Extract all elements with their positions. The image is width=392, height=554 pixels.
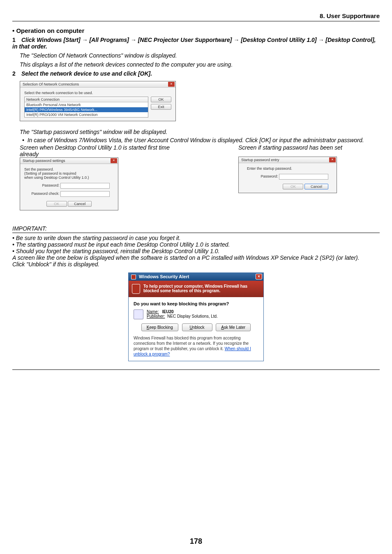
exit-button: Exit (151, 104, 171, 110)
step-1-number: 1 (12, 37, 20, 43)
shield-icon (132, 284, 140, 294)
ok-button: OK (283, 184, 303, 189)
step-2-after1: The "Startup password settings" window w… (20, 129, 380, 135)
password-check-label: Password check: (31, 192, 59, 196)
keep-blocking-button: Keep Blocking (141, 323, 178, 331)
step-1: 1 Click Windows [Start] → [All Programs]… (12, 37, 380, 50)
dialog-title: Startup password entry × (239, 157, 337, 163)
important-click: Click "Unblock" if this is displayed. (12, 261, 380, 268)
shield-icon (131, 275, 136, 279)
cancel-button: Cancel (68, 201, 92, 207)
divider (12, 233, 380, 233)
ask-later-button: Ask Me Later (216, 323, 251, 331)
password-label: Password: (42, 183, 59, 187)
network-dialog: Selection Of Network Connections × Selec… (20, 81, 176, 121)
program-name: IEU20 (162, 309, 174, 314)
col1-label: Screen when Desktop Control Utility 1.0 … (20, 144, 185, 157)
step-2-bullet1: • In case of Windows 7/Windows Vista, th… (27, 137, 380, 143)
close-icon: × (111, 158, 117, 163)
close-icon: × (168, 82, 175, 87)
step-2-text: Select the network device to use and cli… (21, 70, 152, 77)
password-label: Password: (261, 174, 278, 178)
publisher-name: NEC Display Solutions, Ltd. (167, 314, 218, 319)
alert-question: Do you want to keep blocking this progra… (134, 301, 258, 306)
security-alert-dialog: Windows Security Alert × To help protect… (128, 272, 264, 361)
alert-footer: Windows Firewall has blocked this progra… (134, 335, 258, 357)
alert-banner: To help protect your computer, Windows F… (129, 281, 263, 297)
program-icon (134, 309, 143, 319)
section-title: • Operation on computer (12, 27, 380, 34)
close-icon: × (256, 274, 262, 279)
publisher-label: Publisher: (147, 314, 165, 319)
important-bullet: • The starting password must be input ea… (17, 241, 380, 248)
close-icon: × (329, 157, 336, 162)
dialog-title: Startup password settings × (20, 158, 118, 164)
password-input (279, 174, 328, 180)
network-dialog-instruction: Select the network connection to be used… (24, 91, 171, 95)
unblock-button: Unblock (182, 323, 212, 331)
password-input (60, 183, 110, 189)
ok-button: OK (151, 97, 171, 102)
important-bullet: • Be sure to write down the starting pas… (17, 235, 380, 241)
step-2-number: 2 (12, 70, 20, 77)
divider (12, 369, 380, 370)
network-column-header: Network Connection (25, 97, 148, 102)
step-1-text: Click Windows [Start] → [All Programs] →… (12, 37, 376, 50)
network-dialog-title: Selection Of Network Connections × (20, 81, 175, 88)
name-label: Name: (147, 309, 159, 314)
important-para: A screen like the one below is displayed… (12, 254, 380, 261)
ok-button: OK (46, 201, 67, 207)
chapter-header: 8. User Supportware (12, 12, 380, 21)
password-check-input (60, 191, 110, 197)
important-bullet: • Should you forget the starting passwor… (17, 248, 380, 254)
col2-label: Screen if starting password has been set (238, 144, 380, 151)
alert-title: Windows Security Alert × (129, 273, 263, 281)
cancel-button: Cancel (304, 184, 328, 189)
list-item: Intel(R) PRO/1000 VM Network Connection (25, 112, 148, 117)
list-item: Intel(R) PRO/Wireless 3945ABG Network... (25, 107, 148, 112)
page-number: 178 (0, 537, 392, 546)
list-item: Bluetooth Personal Area Network (25, 102, 148, 107)
step-1-line2: This displays a list of the network devi… (20, 61, 380, 68)
step-2: 2 Select the network device to use and c… (12, 70, 380, 77)
step-1-line1: The "Selection Of Network Connections" w… (20, 52, 380, 59)
password-settings-dialog: Startup password settings × Set the pass… (20, 157, 118, 210)
password-entry-dialog: Startup password entry × Enter the start… (238, 157, 337, 193)
important-label: IMPORTANT: (12, 225, 380, 232)
